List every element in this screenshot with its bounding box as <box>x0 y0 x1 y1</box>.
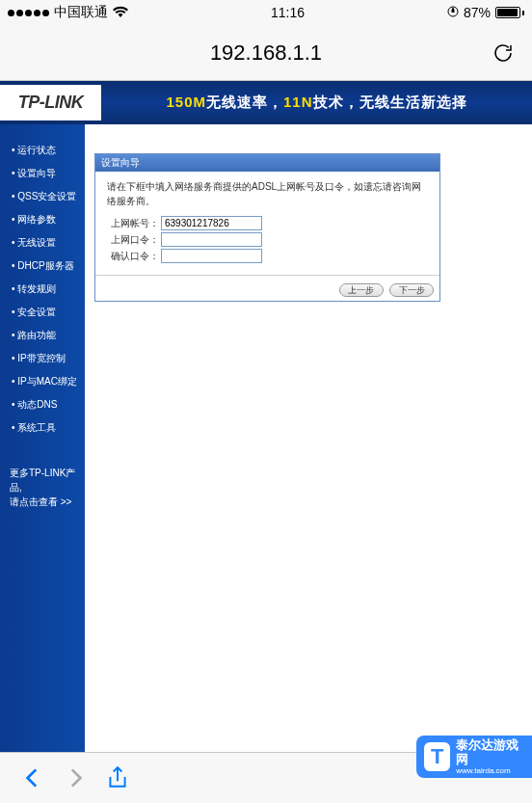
wifi-icon <box>113 5 128 20</box>
status-bar: 中国联通 11:16 87% <box>0 0 532 25</box>
router-header: TP-LINK 150M无线速率，11N技术，无线生活新选择 <box>0 81 532 124</box>
setup-wizard: 设置向导 请在下框中填入网络服务商提供的ADSL上网帐号及口令，如遗忘请咨询网络… <box>94 153 440 302</box>
sidebar-item-network[interactable]: 网络参数 <box>0 208 85 231</box>
sidebar-item-dhcp[interactable]: DHCP服务器 <box>0 254 85 278</box>
sidebar-more-products[interactable]: 更多TP-LINK产品, 请点击查看 >> <box>0 460 85 512</box>
watermark-name: 泰尔达游戏网 <box>456 738 524 766</box>
prev-button[interactable]: 上一步 <box>339 283 384 297</box>
watermark-icon: T <box>424 742 450 771</box>
next-button[interactable]: 下一步 <box>389 283 434 297</box>
main-panel: 设置向导 请在下框中填入网络服务商提供的ADSL上网帐号及口令，如遗忘请咨询网络… <box>85 124 532 302</box>
sidebar-item-wireless[interactable]: 无线设置 <box>0 231 85 254</box>
share-button[interactable] <box>96 757 139 799</box>
signal-strength-icon <box>8 10 49 16</box>
banner-slogan: 150M无线速率，11N技术，无线生活新选择 <box>101 94 532 112</box>
watermark: T 泰尔达游戏网 www.tairda.com <box>416 736 532 778</box>
status-time: 11:16 <box>271 5 305 20</box>
sidebar-item-wizard[interactable]: 设置向导 <box>0 162 85 185</box>
reload-button[interactable] <box>490 40 517 67</box>
orientation-lock-icon <box>447 5 459 20</box>
wizard-description: 请在下框中填入网络服务商提供的ADSL上网帐号及口令，如遗忘请咨询网络服务商。 <box>107 179 428 208</box>
wizard-row-confirm: 确认口令： <box>107 249 428 263</box>
battery-percent: 87% <box>464 5 491 20</box>
sidebar-item-forward[interactable]: 转发规则 <box>0 278 85 301</box>
sidebar-divider <box>8 449 77 450</box>
sidebar-item-bandwidth[interactable]: IP带宽控制 <box>0 347 85 370</box>
sidebar-item-qss[interactable]: QSS安全设置 <box>0 185 85 208</box>
tplink-logo: TP-LINK <box>0 81 101 124</box>
wizard-body: 请在下框中填入网络服务商提供的ADSL上网帐号及口令，如遗忘请咨询网络服务商。 … <box>95 172 439 275</box>
page-content: TP-LINK 150M无线速率，11N技术，无线生活新选择 运行状态 设置向导… <box>0 81 532 752</box>
username-label: 上网帐号： <box>107 217 161 230</box>
username-input[interactable] <box>161 216 262 230</box>
carrier-label: 中国联通 <box>54 4 108 21</box>
wizard-row-password: 上网口令： <box>107 232 428 247</box>
address-bar: 192.168.1.1 <box>0 25 532 81</box>
confirm-label: 确认口令： <box>107 250 161 263</box>
forward-button[interactable] <box>54 757 96 799</box>
confirm-input[interactable] <box>161 249 262 263</box>
back-button[interactable] <box>12 757 54 799</box>
sidebar-item-status[interactable]: 运行状态 <box>0 139 85 162</box>
password-label: 上网口令： <box>107 233 161 247</box>
sidebar-item-ddns[interactable]: 动态DNS <box>0 393 85 416</box>
password-input[interactable] <box>161 232 262 247</box>
battery-icon <box>495 7 524 18</box>
sidebar-item-routing[interactable]: 路由功能 <box>0 324 85 347</box>
sidebar-item-tools[interactable]: 系统工具 <box>0 416 85 440</box>
sidebar: 运行状态 设置向导 QSS安全设置 网络参数 无线设置 DHCP服务器 转发规则… <box>0 124 85 752</box>
status-right: 87% <box>447 5 524 20</box>
wizard-buttons: 上一步 下一步 <box>95 275 439 301</box>
wizard-row-username: 上网帐号： <box>107 216 428 230</box>
sidebar-item-security[interactable]: 安全设置 <box>0 301 85 324</box>
wizard-title: 设置向导 <box>95 154 439 172</box>
watermark-url: www.tairda.com <box>456 766 524 775</box>
status-left: 中国联通 <box>8 4 128 21</box>
sidebar-item-ipmac[interactable]: IP与MAC绑定 <box>0 370 85 393</box>
url-field[interactable]: 192.168.1.1 <box>50 40 482 66</box>
